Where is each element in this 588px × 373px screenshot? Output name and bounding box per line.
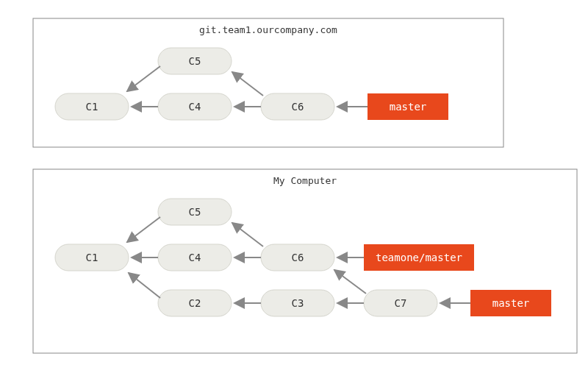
svg-text:C6: C6 (292, 101, 304, 113)
remote-panel (33, 18, 503, 147)
svg-text:C5: C5 (189, 55, 201, 67)
commit-c1-remote: C1 (55, 93, 129, 120)
arrow-c2-c1-local (129, 273, 160, 298)
commit-c5-remote: C5 (158, 48, 232, 74)
commit-c2-local: C2 (158, 290, 232, 316)
arrow-c7-c6-local (334, 270, 366, 294)
arrow-c5-c1-local (127, 217, 160, 242)
local-title: My Computer (273, 175, 337, 186)
ref-master-remote: master (368, 93, 448, 120)
svg-text:C1: C1 (86, 252, 98, 263)
commit-c3-local: C3 (261, 290, 334, 316)
commit-c6-remote: C6 (261, 93, 334, 120)
arrow-c6-c5-remote (232, 72, 263, 96)
svg-text:master: master (492, 297, 530, 309)
svg-text:C1: C1 (86, 101, 98, 113)
commit-c5-local: C5 (158, 199, 232, 225)
svg-text:C7: C7 (395, 297, 407, 309)
commit-c7-local: C7 (364, 290, 437, 316)
ref-teamone-master-local: teamone/master (364, 244, 474, 271)
svg-text:C3: C3 (292, 297, 304, 309)
svg-text:C5: C5 (189, 206, 201, 218)
arrow-c5-c1-remote (127, 66, 160, 91)
remote-title: git.team1.ourcompany.com (199, 24, 337, 35)
svg-text:C6: C6 (292, 252, 304, 263)
git-diagram: git.team1.ourcompany.com C1 C4 C5 C6 mas… (0, 0, 588, 373)
svg-text:C4: C4 (189, 101, 201, 113)
svg-text:C4: C4 (189, 252, 201, 263)
svg-text:master: master (390, 101, 427, 113)
commit-c1-local: C1 (55, 244, 129, 271)
commit-c6-local: C6 (261, 244, 334, 271)
svg-text:teamone/master: teamone/master (376, 252, 462, 263)
svg-text:C2: C2 (189, 297, 201, 309)
commit-c4-remote: C4 (158, 93, 232, 120)
ref-master-local: master (470, 290, 551, 316)
arrow-c6-c5-local (232, 223, 263, 246)
commit-c4-local: C4 (158, 244, 232, 271)
